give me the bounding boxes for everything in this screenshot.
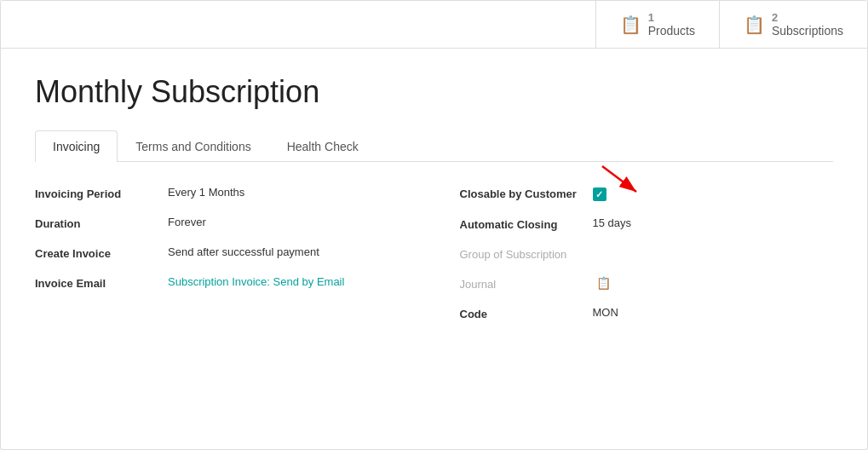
field-code: Code MON	[460, 306, 834, 320]
tabs-bar: Invoicing Terms and Conditions Health Ch…	[35, 130, 833, 162]
subscriptions-icon: 📋	[744, 14, 765, 35]
invoicing-period-label: Invoicing Period	[35, 186, 154, 200]
fields-container: Invoicing Period Every 1 Months Duration…	[35, 186, 833, 336]
invoicing-period-value: Every 1 Months	[168, 186, 244, 199]
products-smart-button[interactable]: 📋 1 Products	[595, 1, 719, 48]
left-fields: Invoicing Period Every 1 Months Duration…	[35, 186, 409, 336]
field-auto-closing: Automatic Closing 15 days	[460, 216, 834, 231]
red-arrow-annotation	[598, 162, 649, 196]
code-label: Code	[460, 306, 579, 320]
invoice-email-value[interactable]: Subscription Invoice: Send by Email	[168, 275, 344, 288]
tab-invoicing[interactable]: Invoicing	[35, 130, 118, 162]
svg-line-1	[602, 166, 636, 192]
invoice-email-label: Invoice Email	[35, 275, 154, 290]
group-subscription-label: Group of Subscription	[460, 246, 579, 261]
auto-closing-label: Automatic Closing	[460, 216, 579, 231]
tab-terms[interactable]: Terms and Conditions	[118, 130, 268, 162]
products-label: Products	[648, 24, 695, 38]
field-duration: Duration Forever	[35, 216, 409, 230]
products-icon: 📋	[620, 14, 641, 35]
checkbox-arrow-container	[593, 186, 606, 201]
subscriptions-smart-button[interactable]: 📋 2 Subscriptions	[719, 1, 867, 48]
create-invoice-value: Send after successful payment	[168, 245, 319, 258]
create-invoice-label: Create Invoice	[35, 245, 154, 260]
code-value: MON	[593, 306, 618, 319]
subscriptions-label: Subscriptions	[772, 24, 843, 38]
auto-closing-value: 15 days	[593, 216, 632, 229]
right-fields: Closable by Customer	[460, 186, 834, 336]
field-closable: Closable by Customer	[460, 186, 834, 201]
page-title: Monthly Subscription	[35, 74, 833, 110]
field-invoice-email: Invoice Email Subscription Invoice: Send…	[35, 275, 409, 290]
content-area: Monthly Subscription Invoicing Terms and…	[1, 49, 867, 449]
field-journal: Journal 📋	[460, 276, 834, 291]
duration-value: Forever	[168, 216, 206, 228]
journal-label: Journal	[460, 276, 579, 291]
products-count: 1	[648, 11, 695, 24]
top-bar: 📋 1 Products 📋 2 Subscriptions	[1, 1, 867, 49]
field-create-invoice: Create Invoice Send after successful pay…	[35, 245, 409, 260]
closable-label: Closable by Customer	[460, 186, 579, 200]
subscriptions-count: 2	[772, 11, 843, 24]
journal-icon: 📋	[596, 276, 611, 290]
field-invoicing-period: Invoicing Period Every 1 Months	[35, 186, 409, 200]
duration-label: Duration	[35, 216, 154, 230]
main-window: 📋 1 Products 📋 2 Subscriptions Monthly S…	[0, 0, 868, 450]
field-group-subscription: Group of Subscription	[460, 246, 834, 261]
tab-health[interactable]: Health Check	[269, 130, 377, 162]
